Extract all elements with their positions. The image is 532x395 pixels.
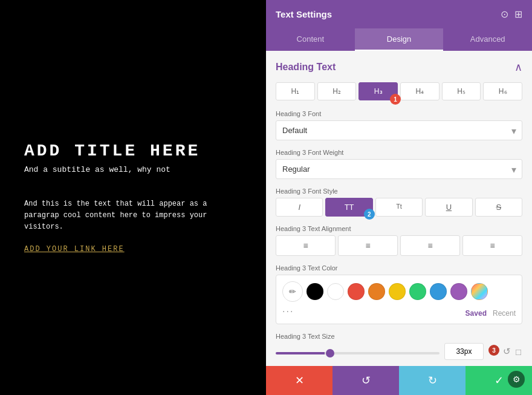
heading-tab-h4[interactable]: H₄ bbox=[400, 82, 440, 100]
h3-badge: 1 bbox=[390, 94, 401, 105]
color-gradient[interactable] bbox=[471, 283, 488, 300]
tt-badge: 2 bbox=[364, 209, 375, 220]
heading-tabs: H₁ H₂ H₃ 1 H₄ H₅ H₆ bbox=[276, 82, 522, 100]
style-underline[interactable]: U bbox=[425, 198, 472, 217]
heading-tab-h2[interactable]: H₂ bbox=[317, 82, 357, 100]
cancel-button[interactable]: ✕ bbox=[266, 366, 332, 395]
align-buttons: ≡ ≡ ≡ ≡ bbox=[276, 235, 522, 256]
heading-align-label: Heading 3 Text Alignment bbox=[276, 225, 522, 232]
color-blue[interactable] bbox=[430, 283, 447, 300]
style-bold[interactable]: TT 2 bbox=[325, 198, 372, 217]
heading-font-group: Heading 3 Font Default Arial Georgia bbox=[276, 110, 522, 140]
section-title: Heading Text bbox=[276, 62, 336, 73]
redo-button[interactable]: ↻ bbox=[399, 366, 465, 395]
heading-color-group: Heading 3 Text Color ✏ ··· bbox=[276, 264, 522, 324]
panel-tabs: Content Design Advanced bbox=[266, 28, 532, 51]
settings-panel: Text Settings ⊙ ⊞ Content Design Advance… bbox=[266, 0, 532, 395]
heading-tab-h3[interactable]: H₃ 1 bbox=[358, 82, 398, 100]
size-row: 3 ↺ □ bbox=[276, 343, 522, 360]
heading-tab-h5[interactable]: H₅ bbox=[442, 82, 481, 100]
preview-subtitle: And a subtitle as well, why not bbox=[24, 165, 230, 174]
color-swatches-row: ✏ bbox=[282, 281, 516, 302]
align-center[interactable]: ≡ bbox=[338, 235, 398, 256]
heading-font-weight-label: Heading 3 Font Weight bbox=[276, 149, 522, 156]
color-red[interactable] bbox=[348, 283, 365, 300]
heading-font-select[interactable]: Default Arial Georgia bbox=[276, 120, 522, 140]
heading-font-style-label: Heading 3 Font Style bbox=[276, 188, 522, 195]
style-italic[interactable]: I bbox=[276, 198, 323, 217]
bottom-right-icon[interactable]: ⚙ bbox=[508, 371, 525, 388]
color-tab-recent[interactable]: Recent bbox=[493, 309, 516, 318]
preview-body: And this is the text that will appear as… bbox=[24, 198, 230, 233]
header-icons: ⊙ ⊞ bbox=[501, 8, 522, 20]
heading-font-select-wrapper: Default Arial Georgia bbox=[276, 120, 522, 140]
style-buttons: I TT 2 Tt U S bbox=[276, 198, 522, 217]
panel-body: Heading Text ∧ H₁ H₂ H₃ 1 H₄ H₅ H₆ Headi… bbox=[266, 51, 532, 366]
heading-color-label: Heading 3 Text Color bbox=[276, 264, 522, 272]
align-left[interactable]: ≡ bbox=[276, 235, 336, 256]
align-justify[interactable]: ≡ bbox=[462, 235, 522, 256]
preview-area: ADD TITLE HERE And a subtitle as well, w… bbox=[0, 0, 254, 395]
color-black[interactable] bbox=[307, 283, 323, 300]
heading-align-group: Heading 3 Text Alignment ≡ ≡ ≡ ≡ bbox=[276, 225, 522, 256]
size-slider[interactable] bbox=[276, 352, 440, 354]
heading-size-label: Heading 3 Text Size bbox=[276, 333, 522, 340]
color-tabs: Saved Recent bbox=[465, 309, 516, 318]
color-tab-saved[interactable]: Saved bbox=[465, 309, 487, 318]
preview-title: ADD TITLE HERE bbox=[24, 142, 230, 160]
heading-font-weight-select[interactable]: Regular Bold Light bbox=[276, 159, 522, 179]
size-slider-container bbox=[276, 346, 440, 357]
heading-font-weight-group: Heading 3 Font Weight Regular Bold Light bbox=[276, 149, 522, 179]
heading-font-label: Heading 3 Font bbox=[276, 110, 522, 117]
size-responsive[interactable]: □ bbox=[514, 345, 522, 358]
panel-title: Text Settings bbox=[276, 9, 332, 19]
tab-advanced[interactable]: Advanced bbox=[443, 28, 532, 51]
heading-tab-h1[interactable]: H₁ bbox=[276, 82, 315, 100]
settings-icon[interactable]: ⊙ bbox=[501, 8, 508, 20]
color-green[interactable] bbox=[409, 283, 426, 300]
color-purple[interactable] bbox=[450, 283, 467, 300]
size-input[interactable] bbox=[444, 343, 484, 360]
undo-button[interactable]: ↺ bbox=[332, 366, 399, 395]
size-reset[interactable]: ↺ bbox=[502, 345, 512, 358]
color-yellow[interactable] bbox=[389, 283, 406, 300]
heading-size-group: Heading 3 Text Size 3 ↺ □ bbox=[276, 333, 522, 360]
style-strikethrough[interactable]: S bbox=[475, 198, 522, 217]
section-header: Heading Text ∧ bbox=[276, 60, 522, 74]
size-badge: 3 bbox=[488, 345, 499, 356]
heading-tab-h6[interactable]: H₆ bbox=[483, 82, 522, 100]
heading-font-weight-select-wrapper: Regular Bold Light bbox=[276, 159, 522, 179]
align-right[interactable]: ≡ bbox=[400, 235, 460, 256]
style-caps[interactable]: Tt bbox=[375, 198, 423, 217]
size-actions: 3 ↺ □ bbox=[488, 345, 522, 358]
panel-footer: ✕ ↺ ↻ ✓ bbox=[266, 366, 532, 395]
section-toggle[interactable]: ∧ bbox=[514, 60, 522, 74]
expand-icon[interactable]: ⊞ bbox=[514, 8, 522, 20]
color-more-dots[interactable]: ··· bbox=[282, 306, 294, 317]
panel-header: Text Settings ⊙ ⊞ bbox=[266, 0, 532, 28]
color-eyedropper[interactable]: ✏ bbox=[282, 281, 303, 302]
heading-font-style-group: Heading 3 Font Style I TT 2 Tt U S bbox=[276, 188, 522, 217]
tab-design[interactable]: Design bbox=[355, 28, 444, 51]
color-orange[interactable] bbox=[368, 283, 385, 300]
color-white[interactable] bbox=[327, 283, 344, 300]
preview-link: ADD YOUR LINK HERE bbox=[24, 245, 230, 253]
tab-content[interactable]: Content bbox=[266, 28, 355, 51]
